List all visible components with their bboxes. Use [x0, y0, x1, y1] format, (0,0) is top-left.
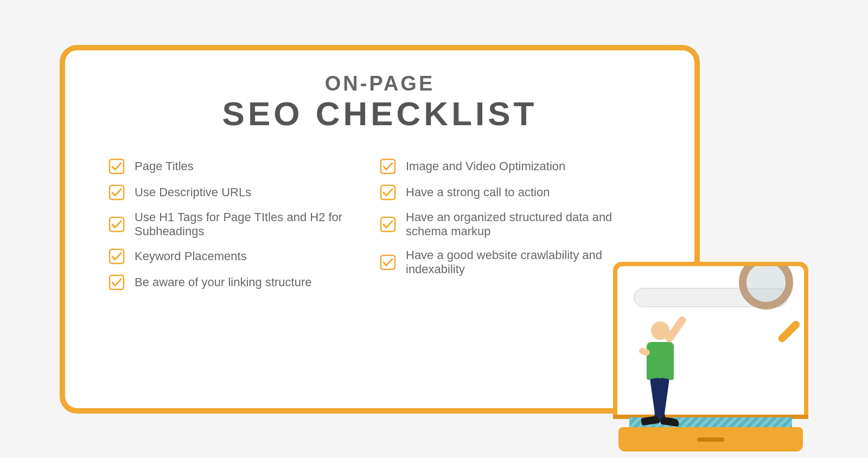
- checklist-item-text: Page Titles: [135, 159, 194, 173]
- checkbox-icon: [108, 248, 125, 265]
- checklist-item-text: Use Descriptive URLs: [135, 185, 251, 199]
- checkbox-icon: [108, 158, 125, 175]
- checklist-item: Use H1 Tags for Page TItles and H2 for S…: [108, 210, 380, 238]
- checklist-item-text: Be aware of your linking structure: [135, 275, 312, 289]
- checklist-item: Use Descriptive URLs: [108, 184, 380, 201]
- person-torso: [647, 342, 674, 380]
- checklist-item-text: Have a strong call to action: [406, 185, 550, 199]
- title-line2: SEO CHECKLIST: [98, 95, 662, 132]
- laptop-illustration: [602, 224, 819, 451]
- magnifier: [728, 266, 799, 326]
- person-shoe-left: [641, 415, 660, 425]
- checkbox-icon: [380, 254, 396, 270]
- checklist-item: Image and Video Optimization: [380, 158, 651, 175]
- person-shoe-right: [660, 416, 680, 427]
- checkbox-icon: [380, 184, 396, 201]
- checklist-item: Keyword Placements: [108, 248, 380, 265]
- checkbox-icon: [380, 216, 396, 233]
- checkbox-icon: [380, 158, 396, 175]
- checkbox-icon: [108, 274, 125, 291]
- checkbox-icon: [108, 184, 125, 201]
- checklist-item-text: Use H1 Tags for Page TItles and H2 for S…: [135, 210, 380, 238]
- page-container: ON-PAGE SEO CHECKLIST Page TitlesUse Des…: [60, 23, 808, 435]
- checklist-item-text: Keyword Placements: [135, 249, 247, 263]
- checklist-item: Be aware of your linking structure: [108, 274, 380, 291]
- checklist-left-column: Page TitlesUse Descriptive URLsUse H1 Ta…: [108, 158, 380, 291]
- magnifier-circle: [739, 266, 793, 309]
- title-line1: ON-PAGE: [98, 72, 662, 95]
- checklist-item-text: Image and Video Optimization: [406, 159, 565, 173]
- magnifier-handle: [777, 319, 801, 344]
- checklist-grid: Page TitlesUse Descriptive URLsUse H1 Ta…: [98, 158, 662, 291]
- checklist-item: Page Titles: [108, 158, 380, 175]
- title-area: ON-PAGE SEO CHECKLIST: [98, 72, 662, 132]
- checkbox-icon: [108, 216, 125, 233]
- checklist-item: Have a strong call to action: [380, 184, 651, 201]
- person-figure: [635, 321, 689, 451]
- laptop-notch: [697, 437, 724, 442]
